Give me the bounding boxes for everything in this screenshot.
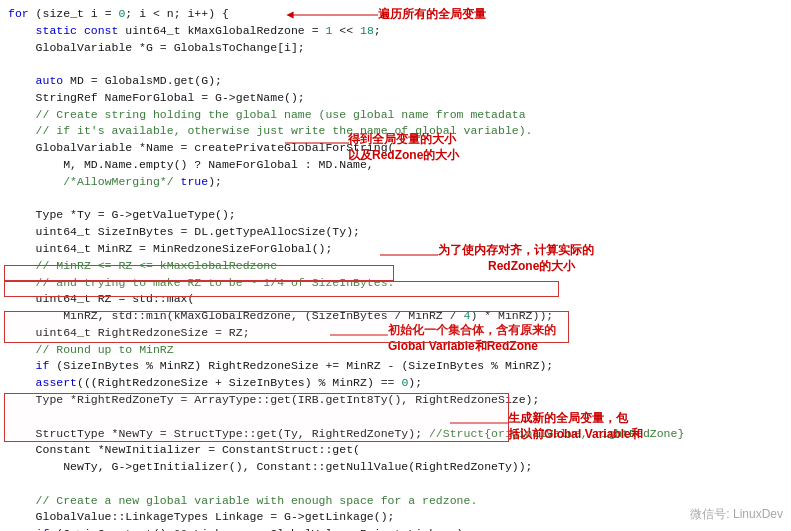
annotation-size: 得到全局变量的大小: [348, 131, 456, 148]
code-block: for (size_t i = 0; i < n; i++) { static …: [8, 6, 787, 531]
code-container: for (size_t i = 0; i < n; i++) { static …: [0, 0, 791, 531]
annotation-redzone-actual: RedZone的大小: [488, 258, 575, 275]
annotation-init: 初始化一个集合体，含有原来的: [388, 322, 556, 339]
annotation-new-global2: 括以前Global Variable和: [508, 426, 643, 443]
annotation-align: 为了使内存对齐，计算实际的: [438, 242, 594, 259]
annotation-new-global: 生成新的全局变量，包: [508, 410, 628, 427]
annotation-traverse: 遍历所有的全局变量: [378, 6, 486, 23]
annotation-global-redzone: Global Variable和RedZone: [388, 338, 538, 355]
watermark: 微信号: LinuxDev: [690, 506, 783, 523]
annotation-redzone-size: 以及RedZone的大小: [348, 147, 459, 164]
